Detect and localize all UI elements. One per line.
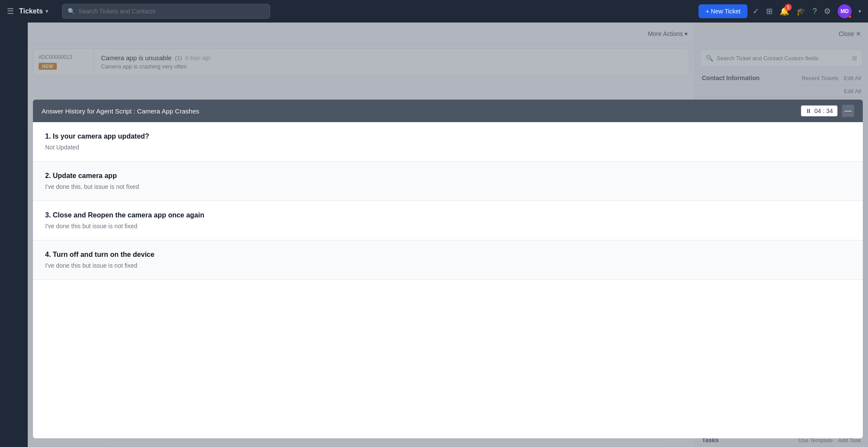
cap-icon[interactable]: 🎓 (796, 6, 806, 16)
timer-box: ⏸ 04 : 34 (801, 105, 838, 117)
hamburger-menu-icon[interactable]: ☰ (7, 6, 14, 16)
script-answer-3: I've done this but issue is not fixed (45, 223, 851, 230)
script-question-1: 1. Is your camera app updated? (45, 133, 851, 140)
script-item-4: 4. Turn off and turn on the device I've … (33, 240, 863, 280)
timer-display: 04 : 34 (814, 107, 833, 114)
nav-title-text: Tickets (19, 7, 43, 15)
agent-script-body: 1. Is your camera app updated? Not Updat… (33, 122, 863, 438)
script-question-4: 4. Turn off and turn on the device (45, 251, 851, 259)
script-question-2: 2. Update camera app (45, 172, 851, 180)
minimize-button[interactable]: — (842, 105, 854, 117)
script-answer-2: I've done this, but issue is not fixed (45, 183, 851, 190)
script-item-2: 2. Update camera app I've done this, but… (33, 162, 863, 201)
settings-icon[interactable]: ⚙ (824, 6, 831, 16)
avatar-status-dot (848, 15, 852, 18)
avatar-initials: MD (841, 8, 849, 14)
nav-icon-group: ✓ ⊞ 🔔 5 🎓 ? ⚙ MD ▾ (753, 4, 861, 18)
script-item-3: 3. Close and Reopen the camera app once … (33, 201, 863, 240)
pause-icon[interactable]: ⏸ (806, 107, 812, 114)
layout-icon[interactable]: ⊞ (766, 6, 773, 16)
new-ticket-button[interactable]: + New Ticket (698, 4, 747, 18)
checkmark-icon[interactable]: ✓ (753, 6, 759, 16)
avatar-chevron-icon: ▾ (858, 8, 861, 14)
script-empty-space (33, 280, 863, 323)
notification-icon[interactable]: 🔔 5 (780, 6, 789, 16)
help-icon[interactable]: ? (813, 7, 817, 16)
script-answer-1: Not Updated (45, 144, 851, 151)
script-question-3: 3. Close and Reopen the camera app once … (45, 211, 851, 219)
search-icon: 🔍 (68, 8, 75, 15)
avatar[interactable]: MD (838, 4, 852, 18)
nav-title-chevron-icon: ▾ (46, 8, 48, 14)
content-area: More Actions ▾ #DC00000013 NEW Camera ap… (28, 23, 868, 447)
sidebar (0, 23, 28, 447)
script-item-1: 1. Is your camera app updated? Not Updat… (33, 122, 863, 162)
search-input[interactable] (78, 8, 264, 15)
agent-script-controls: ⏸ 04 : 34 — (801, 105, 854, 117)
nav-title[interactable]: Tickets ▾ (19, 7, 48, 15)
notification-badge: 5 (785, 4, 792, 11)
script-answer-4: I've done this but issue is not fixed (45, 262, 851, 269)
top-navigation: ☰ Tickets ▾ 🔍 + New Ticket ✓ ⊞ 🔔 5 🎓 ? ⚙… (0, 0, 868, 23)
agent-script-header: Answer History for Agent Script : Camera… (33, 100, 863, 122)
main-layout: More Actions ▾ #DC00000013 NEW Camera ap… (0, 23, 868, 447)
global-search-box[interactable]: 🔍 (62, 4, 270, 19)
agent-script-title: Answer History for Agent Script : Camera… (42, 107, 199, 115)
